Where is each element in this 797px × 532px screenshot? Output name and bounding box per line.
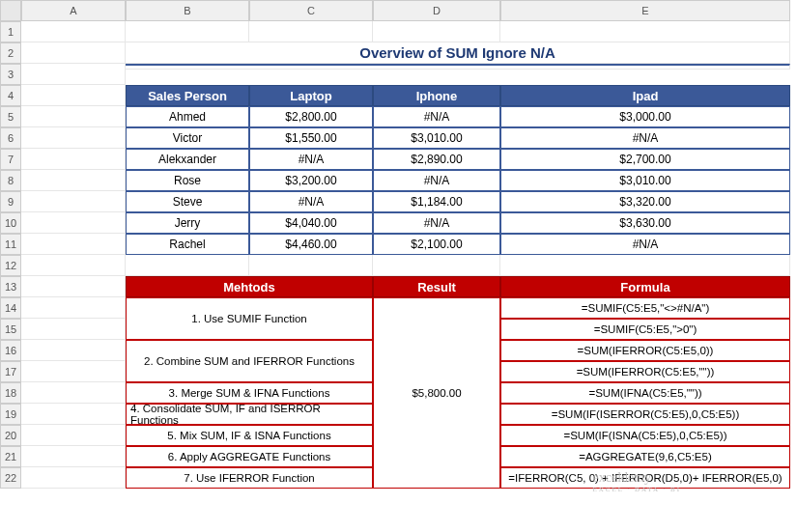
cell-D1[interactable] [373,21,500,42]
table-cell[interactable]: #N/A [373,212,500,234]
table-cell[interactable]: $3,320.00 [500,191,790,212]
table-cell[interactable]: #N/A [249,149,373,170]
row-hdr-19[interactable]: 19 [0,404,21,425]
table-cell[interactable]: $3,630.00 [500,212,790,234]
cell-C12[interactable] [249,255,373,276]
cell-B1[interactable] [126,21,249,42]
method-3[interactable]: 3. Merge SUM & IFNA Functions [126,382,373,404]
table-cell[interactable]: #N/A [249,191,373,212]
row-hdr-7[interactable]: 7 [0,149,21,170]
table-cell[interactable]: $1,184.00 [373,191,500,212]
row-hdr-2[interactable]: 2 [0,42,21,64]
cell-A18[interactable] [21,382,126,404]
row-hdr-21[interactable]: 21 [0,446,21,467]
cell-A22[interactable] [21,467,126,489]
col-hdr-A[interactable]: A [21,0,126,21]
table-cell[interactable]: Steve [126,191,249,212]
cell-A3[interactable] [21,64,126,85]
cell-B12[interactable] [126,255,249,276]
table-cell[interactable]: Ahmed [126,106,249,127]
table-cell[interactable]: $3,010.00 [373,127,500,149]
col-hdr-D[interactable]: D [373,0,500,21]
table-cell[interactable]: Rachel [126,234,249,255]
formula-cell[interactable]: =SUMIF(C5:E5,"<>#N/A") [500,297,790,319]
method-5[interactable]: 5. Mix SUM, IF & ISNA Functions [126,425,373,446]
select-all-corner[interactable] [0,0,21,21]
formula-cell[interactable]: =SUM(IFERROR(C5:E5,0)) [500,340,790,361]
table-cell[interactable]: $4,460.00 [249,234,373,255]
row-hdr-9[interactable]: 9 [0,191,21,212]
table-cell[interactable]: $1,550.00 [249,127,373,149]
result-value[interactable]: $5,800.00 [373,297,500,489]
cell-A17[interactable] [21,361,126,382]
row-hdr-14[interactable]: 14 [0,297,21,319]
formula-cell[interactable]: =SUM(IF(ISERROR(C5:E5),0,C5:E5)) [500,404,790,425]
table-cell[interactable]: $3,010.00 [500,170,790,191]
table-cell[interactable]: #N/A [500,127,790,149]
row-hdr-18[interactable]: 18 [0,382,21,404]
table-cell[interactable]: #N/A [500,234,790,255]
row-hdr-11[interactable]: 11 [0,234,21,255]
formula-cell[interactable]: =SUMIF(C5:E5,">0") [500,319,790,340]
row-hdr-16[interactable]: 16 [0,340,21,361]
cell-A10[interactable] [21,212,126,234]
method-4[interactable]: 4. Consolidate SUM, IF and ISERROR Funct… [126,404,373,425]
method-2[interactable]: 2. Combine SUM and IFERROR Functions [126,340,373,382]
cell-A15[interactable] [21,319,126,340]
col-hdr-C[interactable]: C [249,0,373,21]
cell-A1[interactable] [21,21,126,42]
table-cell[interactable]: $3,200.00 [249,170,373,191]
row-hdr-4[interactable]: 4 [0,85,21,106]
table-cell[interactable]: Jerry [126,212,249,234]
sales-hdr-laptop[interactable]: Laptop [249,85,373,106]
formula-cell[interactable]: =AGGREGATE(9,6,C5:E5) [500,446,790,467]
formula-cell[interactable]: =SUM(IFERROR(C5:E5,"")) [500,361,790,382]
method-1[interactable]: 1. Use SUMIF Function [126,297,373,340]
table-cell[interactable]: #N/A [373,170,500,191]
method-6[interactable]: 6. Apply AGGREGATE Functions [126,446,373,467]
sales-hdr-iphone[interactable]: Iphone [373,85,500,106]
result-hdr[interactable]: Result [373,276,500,297]
sales-hdr-ipad[interactable]: Ipad [500,85,790,106]
cell-C1[interactable] [249,21,373,42]
col-hdr-E[interactable]: E [500,0,790,21]
table-cell[interactable]: $2,700.00 [500,149,790,170]
cell-A14[interactable] [21,297,126,319]
row-hdr-10[interactable]: 10 [0,212,21,234]
cell-A5[interactable] [21,106,126,127]
cell-A9[interactable] [21,191,126,212]
cell-E12[interactable] [500,255,790,276]
table-cell[interactable]: $2,100.00 [373,234,500,255]
table-cell[interactable]: $3,000.00 [500,106,790,127]
cell-A11[interactable] [21,234,126,255]
cell-A21[interactable] [21,446,126,467]
sales-hdr-person[interactable]: Sales Person [126,85,249,106]
row-hdr-17[interactable]: 17 [0,361,21,382]
cell-D12[interactable] [373,255,500,276]
row-hdr-12[interactable]: 12 [0,255,21,276]
table-cell[interactable]: $4,040.00 [249,212,373,234]
col-hdr-B[interactable]: B [126,0,249,21]
table-cell[interactable]: Alekxander [126,149,249,170]
row-hdr-13[interactable]: 13 [0,276,21,297]
formula-cell[interactable]: =IFERROR(C5, 0) + IFERROR(D5,0)+ IFERROR… [500,467,790,489]
cell-A4[interactable] [21,85,126,106]
cell-A6[interactable] [21,127,126,149]
table-cell[interactable]: #N/A [373,106,500,127]
row-hdr-15[interactable]: 15 [0,319,21,340]
table-cell[interactable]: $2,800.00 [249,106,373,127]
page-title[interactable]: Overview of SUM Ignore N/A [126,42,790,64]
formula-cell[interactable]: =SUM(IF(ISNA(C5:E5),0,C5:E5)) [500,425,790,446]
cell-E1[interactable] [500,21,790,42]
formula-hdr[interactable]: Formula [500,276,790,297]
row-hdr-1[interactable]: 1 [0,21,21,42]
cell-A12[interactable] [21,255,126,276]
row-hdr-8[interactable]: 8 [0,170,21,191]
cell-A8[interactable] [21,170,126,191]
cell-A16[interactable] [21,340,126,361]
cell-A7[interactable] [21,149,126,170]
formula-cell[interactable]: =SUM(IFNA(C5:E5,"")) [500,382,790,404]
cell-A19[interactable] [21,404,126,425]
row-hdr-5[interactable]: 5 [0,106,21,127]
table-cell[interactable]: Rose [126,170,249,191]
